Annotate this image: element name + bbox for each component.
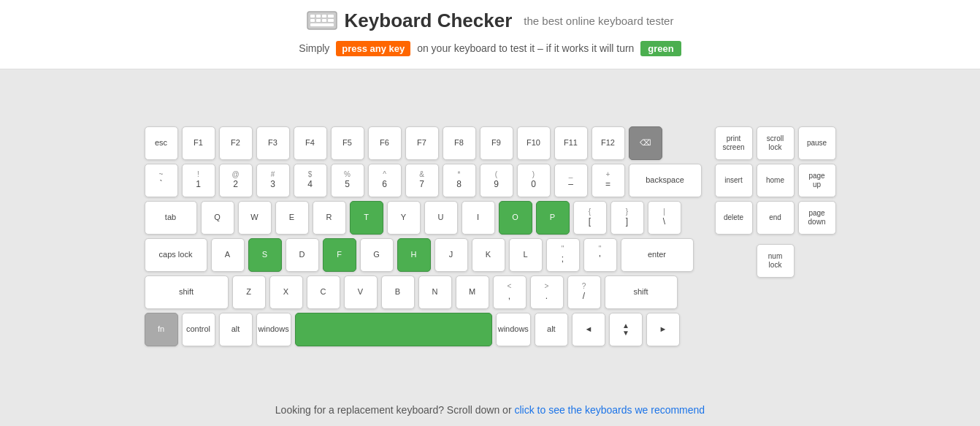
key-home[interactable]: home: [757, 164, 795, 197]
key-f8[interactable]: F8: [443, 126, 476, 160]
key-space[interactable]: [295, 313, 492, 346]
key-d[interactable]: D: [286, 238, 319, 272]
key-alt-left[interactable]: alt: [219, 313, 253, 346]
key-w[interactable]: W: [238, 201, 272, 235]
key-4[interactable]: $4: [294, 164, 327, 197]
key-l[interactable]: L: [509, 238, 543, 272]
key-quote[interactable]: "': [583, 238, 617, 272]
key-equals[interactable]: +=: [592, 164, 625, 197]
key-0[interactable]: )0: [517, 164, 551, 197]
key-m[interactable]: M: [456, 275, 489, 309]
key-period[interactable]: >.: [530, 275, 564, 309]
key-capslock[interactable]: caps lock: [145, 238, 207, 272]
key-u[interactable]: U: [424, 201, 458, 235]
page-subtitle: the best online keyboard tester: [524, 15, 673, 27]
key-scrolllock[interactable]: scrolllock: [757, 126, 795, 160]
press-any-key-badge: press any key: [336, 41, 410, 56]
key-esc[interactable]: esc: [145, 126, 178, 160]
key-r[interactable]: R: [313, 201, 346, 235]
key-h[interactable]: H: [397, 238, 431, 272]
keyboard-main: esc F1 F2 F3 F4 F5 F6 F7 F8 F9 F10 F11 F…: [145, 126, 702, 346]
key-tab[interactable]: tab: [145, 201, 197, 235]
key-f10[interactable]: F10: [517, 126, 551, 160]
key-a[interactable]: A: [211, 238, 245, 272]
key-f6[interactable]: F6: [368, 126, 402, 160]
footer-link[interactable]: click to see the keyboards we recommend: [514, 404, 705, 416]
svg-rect-9: [310, 23, 334, 26]
instruction-before: Simply: [299, 42, 329, 54]
key-f3[interactable]: F3: [256, 126, 290, 160]
keyboard-wrapper: esc F1 F2 F3 F4 F5 F6 F7 F8 F9 F10 F11 F…: [145, 126, 836, 346]
key-s[interactable]: S: [248, 238, 282, 272]
key-z[interactable]: Z: [232, 275, 266, 309]
svg-rect-8: [328, 19, 334, 22]
key-8[interactable]: *8: [443, 164, 476, 197]
key-g[interactable]: G: [360, 238, 394, 272]
key-f9[interactable]: F9: [480, 126, 513, 160]
key-f2[interactable]: F2: [219, 126, 253, 160]
key-v[interactable]: V: [344, 275, 378, 309]
key-f7[interactable]: F7: [405, 126, 439, 160]
key-fn[interactable]: fn: [145, 313, 178, 346]
key-pagedown[interactable]: pagedown: [798, 201, 836, 235]
key-alt-right[interactable]: alt: [535, 313, 568, 346]
key-f4[interactable]: F4: [294, 126, 327, 160]
key-slash[interactable]: ?/: [567, 275, 601, 309]
key-f12[interactable]: F12: [592, 126, 625, 160]
number-row: ~` !1 @2 #3 $4 %5 ^6: [145, 164, 702, 197]
header: Keyboard Checker the best online keyboar…: [0, 0, 980, 69]
key-n[interactable]: N: [418, 275, 452, 309]
key-o[interactable]: O: [499, 201, 532, 235]
key-end[interactable]: end: [757, 201, 795, 235]
key-f[interactable]: F: [323, 238, 356, 272]
key-numlock[interactable]: numlock: [757, 244, 795, 278]
key-b[interactable]: B: [381, 275, 415, 309]
key-y[interactable]: Y: [387, 201, 421, 235]
key-lshift[interactable]: shift: [145, 275, 229, 309]
key-rbracket[interactable]: }]: [610, 201, 644, 235]
key-control[interactable]: control: [182, 313, 215, 346]
key-windows-left[interactable]: windows: [256, 313, 291, 346]
key-delete[interactable]: delete: [715, 201, 753, 235]
key-f5[interactable]: F5: [331, 126, 364, 160]
key-semicolon[interactable]: ";: [546, 238, 580, 272]
key-p[interactable]: P: [536, 201, 570, 235]
key-windows-right[interactable]: windows: [496, 313, 531, 346]
key-x[interactable]: X: [269, 275, 303, 309]
key-enter[interactable]: enter: [621, 238, 694, 272]
key-printscreen[interactable]: printscreen: [715, 126, 753, 160]
key-backslash[interactable]: |\: [648, 201, 681, 235]
key-3[interactable]: #3: [256, 164, 290, 197]
key-lbracket[interactable]: {[: [573, 201, 607, 235]
key-t[interactable]: T: [350, 201, 383, 235]
key-e[interactable]: E: [275, 201, 309, 235]
key-f1[interactable]: F1: [182, 126, 215, 160]
key-tilde[interactable]: ~`: [145, 164, 178, 197]
keyboard-numpad: printscreen scrolllock pause insert home…: [715, 126, 836, 278]
key-arrow-up-down[interactable]: ▲ ▼: [609, 313, 643, 346]
key-2[interactable]: @2: [219, 164, 253, 197]
key-1[interactable]: !1: [182, 164, 215, 197]
instruction-middle: on your keyboard to test it – if it work…: [417, 42, 634, 54]
key-arrow-right[interactable]: ►: [646, 313, 680, 346]
key-i[interactable]: I: [462, 201, 495, 235]
key-6[interactable]: ^6: [368, 164, 402, 197]
key-pause[interactable]: pause: [798, 126, 836, 160]
key-delete-icon[interactable]: ⌫: [629, 126, 662, 160]
key-j[interactable]: J: [435, 238, 468, 272]
key-arrow-left[interactable]: ◄: [572, 313, 605, 346]
key-f11[interactable]: F11: [554, 126, 588, 160]
key-minus[interactable]: _–: [554, 164, 588, 197]
key-9[interactable]: (9: [480, 164, 513, 197]
svg-rect-2: [316, 15, 321, 18]
key-k[interactable]: K: [472, 238, 505, 272]
key-q[interactable]: Q: [201, 201, 234, 235]
key-insert[interactable]: insert: [715, 164, 753, 197]
key-backspace[interactable]: backspace: [629, 164, 702, 197]
key-comma[interactable]: <,: [493, 275, 527, 309]
key-c[interactable]: C: [307, 275, 340, 309]
key-7[interactable]: &7: [405, 164, 439, 197]
key-5[interactable]: %5: [331, 164, 364, 197]
key-rshift[interactable]: shift: [605, 275, 678, 309]
key-pageup[interactable]: pageup: [798, 164, 836, 197]
